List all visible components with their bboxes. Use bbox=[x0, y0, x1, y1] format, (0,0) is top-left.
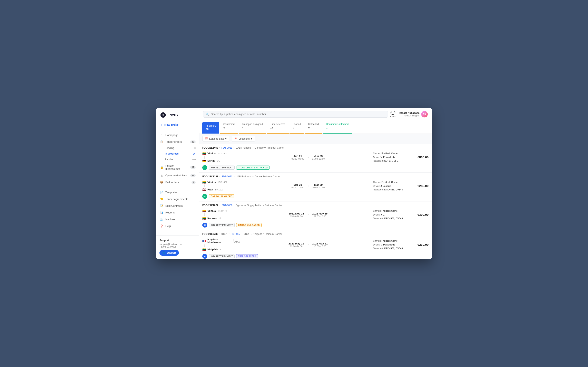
box-icon: 📦 bbox=[160, 181, 163, 184]
main-content: 🔍 💬 Chats Renata Kudabaite Freidesk Ship… bbox=[199, 108, 432, 259]
logo-icon bbox=[160, 112, 166, 118]
delivery-stop: 🇱🇹 Klaipėda LT bbox=[202, 247, 243, 252]
delivery-date: 2021 Nov 25 09:00–10:00 bbox=[312, 212, 328, 217]
archive-badge: 280 bbox=[192, 158, 196, 161]
order-route: Mino → Klaipėda • Freidesk Carrier bbox=[244, 233, 282, 235]
price-col: €300.00 bbox=[412, 213, 429, 217]
support-label: Support bbox=[159, 239, 196, 242]
tab-time-selected[interactable]: Time selected 11 bbox=[267, 120, 288, 133]
calendar-icon: 📅 bbox=[205, 137, 208, 140]
route-line bbox=[204, 156, 205, 159]
sidebar-item-homepage[interactable]: ⌂ Homepage bbox=[156, 132, 199, 138]
sidebar-item-templates[interactable]: 📄 Templates bbox=[156, 189, 199, 196]
search-input[interactable] bbox=[211, 113, 385, 116]
filter-bar: 📅 Loading date ▾ 📍 Locations ▾ bbox=[199, 134, 432, 144]
globe-icon: ◎ bbox=[160, 174, 163, 177]
flag-icon: 🇱🇹 bbox=[202, 217, 206, 220]
chevron-down-icon: ▾ bbox=[225, 137, 227, 140]
price-col: €280.00 bbox=[412, 184, 429, 188]
order-id: FDO-21E0780 bbox=[202, 233, 218, 235]
sidebar-item-bulk-contracts[interactable]: 📝 Bulk Contracts bbox=[156, 202, 199, 209]
driver-avatar: J2 bbox=[202, 254, 207, 259]
flag-icon: 🇱🇹 bbox=[202, 248, 206, 251]
docs-tag: ✓ DOCUMENTS ATTACHED bbox=[236, 166, 269, 170]
chats-button[interactable]: 💬 Chats bbox=[390, 110, 396, 118]
delivery-stop: 🇱🇻 Riga LV-1003 bbox=[202, 187, 243, 192]
order-ref[interactable]: FDT-0009 bbox=[222, 204, 232, 207]
dates-col: 2021 Nov 24 15:00–16:00 → 2021 Nov 25 09… bbox=[246, 212, 371, 217]
tab-documents-attached[interactable]: Documents attached 1 bbox=[323, 120, 352, 133]
sidebar-item-help[interactable]: ❓ Help bbox=[156, 223, 199, 229]
sidebar-item-open-marketplace[interactable]: ◎ Open marketplace 67 bbox=[156, 172, 199, 179]
dates-col: 2021 May 21 13:00–14:00 → 2021 May 21 15… bbox=[246, 242, 371, 248]
chat-icon: 💬 bbox=[390, 110, 396, 115]
tab-loaded[interactable]: Loaded 0 bbox=[290, 120, 304, 133]
lock-icon: 🔒 bbox=[160, 166, 163, 169]
dates-col: Jun 01 08:00–09:00 → Jun 03 11:00–12:00 bbox=[246, 155, 371, 160]
tab-unloaded[interactable]: Unloaded 6 bbox=[305, 120, 322, 133]
table-row: FDO-22C1298 • FDT-0023 • UAB Freidesk → … bbox=[199, 173, 432, 201]
locations-filter[interactable]: 📍 Locations ▾ bbox=[232, 136, 255, 142]
template-icon: 📄 bbox=[160, 191, 163, 194]
tender-orders-badge: 26 bbox=[190, 141, 196, 143]
order-body: 🇱🇹 Vilnius LT-01402 🇩🇪 Berlin DE bbox=[202, 151, 429, 163]
unloaded-tag: CARGO UNLOADED bbox=[209, 194, 234, 198]
tab-transport-assigned[interactable]: Transport assigned 4 bbox=[239, 120, 266, 133]
order-header: FDO-21K1027 • FDT-0009 • Egivira → Suppl… bbox=[202, 204, 429, 207]
arrow-icon: → bbox=[306, 184, 310, 188]
handshake-icon: 🤝 bbox=[160, 198, 163, 201]
sidebar-item-pending[interactable]: Pending 0 bbox=[156, 145, 199, 151]
sidebar-item-archive[interactable]: Archive 280 bbox=[156, 157, 199, 162]
clipboard-icon: 📋 bbox=[160, 140, 163, 143]
orders-list: FDO-22E1453 • FDT-0021 • UAB Freidesk → … bbox=[199, 144, 432, 259]
loading-date-filter[interactable]: 📅 Loading date ▾ bbox=[202, 136, 229, 142]
nav-divider bbox=[156, 187, 199, 187]
order-ref[interactable]: FDT-0021 bbox=[222, 146, 232, 149]
order-ref[interactable]: FDT-0023 bbox=[222, 175, 232, 178]
tab-confirmed[interactable]: Confirmed 4 bbox=[220, 120, 238, 133]
driver-avatar: J2 bbox=[202, 223, 207, 227]
search-box[interactable]: 🔍 bbox=[203, 111, 388, 118]
flag-icon: 🇱🇹 bbox=[202, 209, 206, 213]
sidebar-item-in-progress[interactable]: In progress 26 bbox=[156, 151, 199, 157]
time-tag: TIME SELECTED bbox=[236, 254, 258, 258]
support-email: support@freidesk.com bbox=[159, 243, 196, 245]
sidebar-item-tender-orders[interactable]: 📋 Tender orders 26 bbox=[156, 138, 199, 145]
order-ref[interactable]: FDT-007 bbox=[231, 233, 241, 235]
sidebar-item-invoices[interactable]: 🧾 Invoices bbox=[156, 216, 199, 223]
user-text: Renata Kudabaite Freidesk Shipper bbox=[399, 111, 420, 117]
support-section: Support support@freidesk.com +370 5 214 … bbox=[156, 235, 199, 259]
sidebar-item-private-marketplace[interactable]: 🔒 Private marketplace 11 bbox=[156, 162, 199, 172]
open-marketplace-badge: 67 bbox=[190, 174, 196, 177]
sidebar-item-tender-agreements[interactable]: 🤝 Tender agreements bbox=[156, 196, 199, 202]
order-id: FDO-21K1027 bbox=[202, 204, 218, 207]
route-line bbox=[204, 213, 205, 216]
logo-text: ENVOY bbox=[168, 113, 179, 117]
pickup-stop: 🇱🇹 Vilnius LT-02190 bbox=[202, 209, 243, 213]
contract-icon: 📝 bbox=[160, 204, 163, 207]
delivery-date: Jun 03 11:00–12:00 bbox=[312, 155, 325, 160]
table-row: FDO-22E1453 • FDT-0021 • UAB Freidesk → … bbox=[199, 144, 432, 173]
plus-icon: ＋ bbox=[159, 122, 163, 127]
new-order-button[interactable]: ＋ New order bbox=[159, 121, 196, 128]
order-header: FDO-21E0780 • 01/21 • FDT-007 • Mino → K… bbox=[202, 233, 429, 235]
support-button[interactable]: 🔵 Support bbox=[159, 250, 179, 256]
delivery-date: Mar 29 10:00–11:00 bbox=[312, 183, 325, 189]
in-progress-badge: 26 bbox=[193, 152, 196, 155]
payment-tag: ✉ DIRECT PAYMENT bbox=[209, 166, 234, 170]
pickup-stop: 🇱🇹 Vilnius LT-01402 bbox=[202, 180, 243, 184]
price-col: €230.00 bbox=[412, 243, 429, 247]
tab-all-orders[interactable]: All orders 26 bbox=[202, 122, 219, 133]
price-value: €280.00 bbox=[417, 184, 429, 188]
driver-avatar: FD bbox=[202, 194, 207, 199]
bulk-orders-badge: 4 bbox=[191, 181, 196, 184]
order-body: 🇫🇷 Issy-les-Moulineaux FR-92130 🇱🇹 Klaip… bbox=[202, 238, 429, 252]
flag-icon: 🇱🇹 bbox=[202, 181, 206, 184]
delivery-stop: 🇩🇪 Berlin DE bbox=[202, 159, 243, 163]
sidebar-item-bulk-orders[interactable]: 📦 Bulk orders 4 bbox=[156, 179, 199, 185]
price-value: €800.00 bbox=[417, 155, 429, 159]
sidebar-item-reports[interactable]: 📊 Reports bbox=[156, 209, 199, 216]
price-col: €800.00 bbox=[412, 155, 429, 159]
route-line bbox=[204, 244, 205, 247]
pickup-stop: 🇫🇷 Issy-les-Moulineaux FR-92130 bbox=[202, 238, 243, 244]
